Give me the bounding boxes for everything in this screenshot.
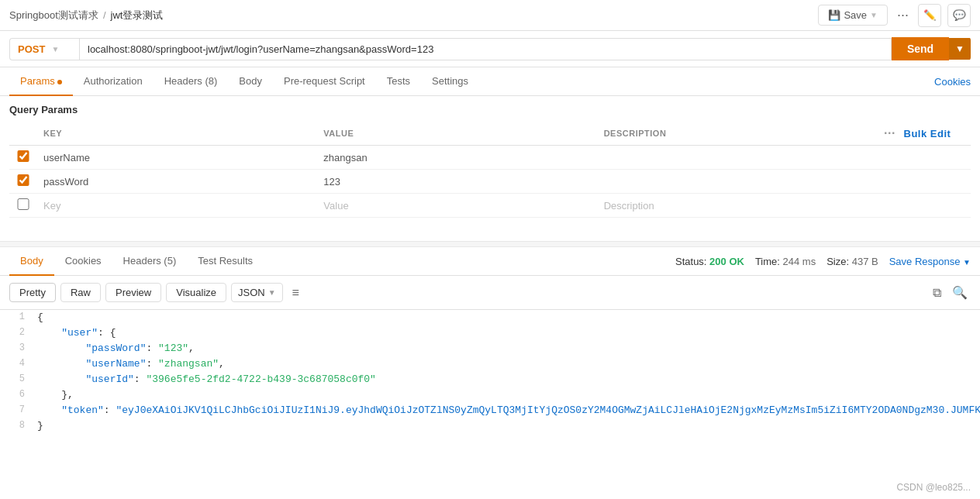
preview-button[interactable]: Preview: [105, 283, 161, 302]
line-content-8: }: [31, 418, 980, 434]
col-value: VALUE: [317, 122, 597, 146]
url-bar: POST ▼ Send ▼: [0, 31, 980, 67]
wrap-icon: ≡: [292, 286, 299, 299]
response-actions: ⧉ 🔍: [930, 282, 971, 303]
table-row: [9, 194, 971, 218]
resp-tab-headers[interactable]: Headers (5): [112, 247, 188, 276]
resp-tab-cookies-label: Cookies: [65, 255, 102, 267]
tab-body[interactable]: Body: [228, 67, 273, 96]
line-num-5: 5: [0, 372, 31, 387]
wrap-button[interactable]: ≡: [288, 283, 304, 303]
row1-key-cell: [37, 146, 317, 170]
row3-checkbox[interactable]: [16, 198, 31, 210]
code-line-8: 8 }: [0, 418, 980, 434]
save-icon: 💾: [828, 9, 840, 21]
row2-desc-input[interactable]: [604, 176, 871, 188]
more-options-button[interactable]: ···: [894, 4, 912, 26]
tab-headers[interactable]: Headers (8): [154, 67, 229, 96]
params-dot: [57, 80, 62, 84]
col-actions: ··· Bulk Edit: [878, 122, 971, 146]
save-response-label: Save Response: [889, 256, 961, 267]
line-num-7: 7: [0, 403, 31, 418]
code-line-5: 5 "userId": "396e5fe5-2fd2-4722-b439-3c6…: [0, 372, 980, 387]
row3-value-input[interactable]: [323, 200, 591, 212]
bulk-edit-button[interactable]: Bulk Edit: [904, 128, 951, 139]
send-button-group: Send ▼: [892, 37, 971, 60]
row1-desc-cell: [598, 146, 878, 170]
line-content-6: },: [31, 387, 980, 403]
row1-value-input[interactable]: [323, 152, 591, 163]
row1-value-cell: [317, 146, 597, 170]
comment-button[interactable]: 💬: [947, 4, 971, 27]
row2-actions-cell: [878, 170, 971, 194]
tab-body-label: Body: [239, 75, 262, 87]
tab-tests-label: Tests: [387, 75, 410, 87]
top-actions: 💾 Save ▼ ··· ✏️ 💬: [818, 4, 971, 27]
send-main-button[interactable]: Send: [892, 37, 949, 60]
visualize-button[interactable]: Visualize: [166, 283, 226, 302]
line-content-2: "user": {: [31, 325, 980, 341]
line-num-1: 1: [0, 310, 31, 325]
resp-tab-testresults[interactable]: Test Results: [187, 247, 264, 276]
resp-tab-body-label: Body: [20, 255, 43, 267]
tab-authorization[interactable]: Authorization: [73, 67, 154, 96]
line-content-7: "token": "eyJ0eXAiOiJKV1QiLCJhbGciOiJIUz…: [31, 403, 980, 418]
url-input[interactable]: [79, 38, 892, 60]
time-value: 244 ms: [783, 256, 816, 267]
params-section: Query Params KEY VALUE DESCRIPTION ··· B…: [0, 96, 980, 218]
save-response-chevron-icon: ▼: [963, 258, 971, 267]
tab-settings[interactable]: Settings: [421, 67, 479, 96]
search-button[interactable]: 🔍: [949, 282, 971, 303]
row1-checkbox[interactable]: [16, 150, 31, 162]
tab-params-label: Params: [20, 75, 55, 87]
row1-desc-input[interactable]: [604, 152, 871, 163]
format-select[interactable]: JSON ▼: [231, 283, 283, 302]
breadcrumb-parent[interactable]: Springboot测试请求: [9, 9, 98, 22]
pencil-button[interactable]: ✏️: [918, 4, 941, 27]
breadcrumb-current: jwt登录测试: [111, 9, 164, 22]
row2-value-input[interactable]: [323, 176, 591, 188]
cookies-link[interactable]: Cookies: [934, 76, 971, 88]
row3-key-input[interactable]: [43, 200, 311, 212]
row3-actions-cell: [878, 194, 971, 218]
code-line-7: 7 "token": "eyJ0eXAiOiJKV1QiLCJhbGciOiJI…: [0, 403, 980, 418]
resp-tab-body[interactable]: Body: [9, 247, 54, 276]
row1-checkbox-cell: [9, 146, 37, 170]
response-tabs: Body Cookies Headers (5) Test Results St…: [0, 247, 980, 276]
method-select[interactable]: POST ▼: [9, 38, 79, 60]
comment-icon: 💬: [953, 9, 966, 21]
code-line-4: 4 "userName": "zhangsan",: [0, 356, 980, 372]
copy-button[interactable]: ⧉: [930, 282, 944, 303]
watermark: CSDN @leo825...: [896, 482, 971, 493]
row3-desc-input[interactable]: [604, 200, 871, 212]
row2-checkbox[interactable]: [16, 174, 31, 186]
line-content-4: "userName": "zhangsan",: [31, 356, 980, 372]
table-more-icon[interactable]: ···: [884, 126, 895, 139]
tab-prerequest[interactable]: Pre-request Script: [273, 67, 376, 96]
table-row: [9, 170, 971, 194]
save-button[interactable]: 💾 Save ▼: [818, 5, 888, 26]
row2-key-input[interactable]: [43, 176, 311, 188]
save-response-button[interactable]: Save Response ▼: [889, 256, 971, 267]
raw-button[interactable]: Raw: [60, 283, 101, 302]
response-code-area[interactable]: 1 { 2 "user": { 3 "passWord": "123", 4 "…: [0, 310, 980, 499]
line-num-3: 3: [0, 341, 31, 356]
send-arrow-button[interactable]: ▼: [949, 38, 971, 60]
col-key: KEY: [37, 122, 317, 146]
resp-tab-cookies[interactable]: Cookies: [54, 247, 112, 276]
params-table: KEY VALUE DESCRIPTION ··· Bulk Edit: [9, 122, 971, 218]
code-line-2: 2 "user": {: [0, 325, 980, 341]
line-content-5: "userId": "396e5fe5-2fd2-4722-b439-3c687…: [31, 372, 980, 387]
line-num-2: 2: [0, 325, 31, 341]
row1-key-input[interactable]: [43, 152, 311, 163]
copy-icon: ⧉: [933, 286, 941, 299]
method-chevron-icon: ▼: [51, 45, 59, 53]
tab-tests[interactable]: Tests: [376, 67, 421, 96]
table-row: [9, 146, 971, 170]
status-label: Status: 200 OK: [675, 256, 744, 267]
response-status: Status: 200 OK Time: 244 ms Size: 437 B …: [675, 256, 971, 267]
breadcrumb: Springboot测试请求 / jwt登录测试: [9, 9, 163, 22]
pretty-button[interactable]: Pretty: [9, 283, 56, 302]
row3-desc-cell: [598, 194, 878, 218]
tab-params[interactable]: Params: [9, 67, 73, 96]
